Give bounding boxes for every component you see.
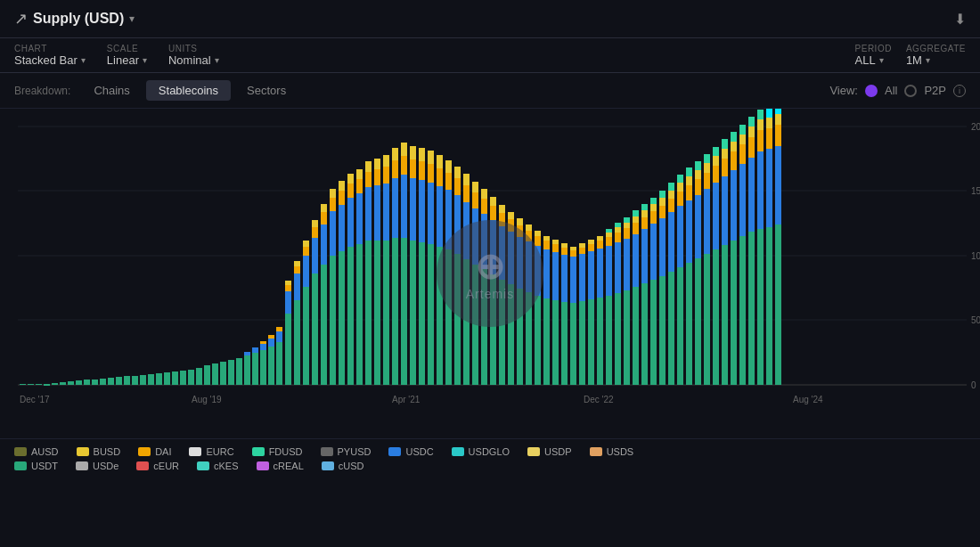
svg-rect-287 [757, 229, 764, 385]
svg-rect-24 [76, 380, 82, 385]
svg-rect-108 [392, 160, 398, 178]
svg-rect-93 [356, 169, 363, 179]
svg-rect-246 [677, 175, 683, 183]
aggregate-value[interactable]: 1M ▾ [906, 53, 966, 67]
svg-rect-21 [52, 383, 58, 385]
svg-rect-185 [561, 243, 568, 248]
title-chevron[interactable]: ▾ [129, 12, 135, 25]
svg-rect-96 [365, 172, 372, 187]
legend-label: USDT [31, 461, 58, 471]
scale-control[interactable]: SCALE Linear ▾ [107, 44, 147, 67]
svg-rect-104 [383, 167, 389, 184]
radio-all[interactable] [865, 85, 878, 97]
radio-p2p[interactable] [904, 85, 917, 97]
svg-rect-267 [722, 245, 728, 385]
svg-rect-32 [140, 375, 146, 385]
svg-rect-189 [570, 247, 576, 250]
legend-swatch [189, 447, 201, 456]
svg-rect-20 [44, 384, 50, 386]
svg-rect-271 [722, 139, 728, 149]
svg-rect-235 [659, 198, 666, 206]
tab-stablecoins[interactable]: Stablecoins [146, 80, 231, 101]
units-control[interactable]: UNITS Nominal ▾ [168, 44, 219, 67]
period-value[interactable]: ALL ▾ [855, 53, 892, 67]
svg-rect-127 [437, 186, 443, 247]
svg-rect-285 [748, 127, 755, 137]
legend-label: EURC [206, 446, 233, 457]
aggregate-control[interactable]: AGGREGATE 1M ▾ [906, 44, 966, 67]
legend-label: FDUSD [269, 446, 303, 457]
svg-rect-95 [365, 187, 372, 241]
units-value[interactable]: Nominal ▾ [168, 53, 219, 67]
svg-rect-278 [739, 164, 746, 236]
svg-rect-219 [633, 223, 639, 234]
legend-label: cEUR [153, 461, 179, 471]
view-p2p-label[interactable]: P2P [924, 84, 946, 97]
svg-rect-172 [535, 236, 541, 246]
svg-rect-28 [108, 378, 114, 385]
download-button[interactable]: ⬇ [954, 11, 966, 28]
svg-text:50B: 50B [971, 315, 980, 325]
units-label: UNITS [168, 44, 219, 53]
svg-rect-186 [570, 303, 576, 385]
svg-rect-289 [757, 130, 764, 151]
svg-rect-98 [374, 241, 380, 385]
svg-rect-243 [677, 206, 683, 267]
tab-chains[interactable]: Chains [81, 80, 142, 101]
svg-rect-282 [748, 232, 755, 385]
svg-rect-70 [312, 274, 318, 385]
svg-rect-71 [312, 238, 318, 274]
svg-rect-226 [641, 204, 648, 210]
legend-item: cKES [197, 461, 239, 471]
svg-rect-46 [244, 352, 250, 355]
svg-rect-221 [633, 210, 639, 216]
svg-rect-53 [268, 339, 274, 347]
svg-rect-47 [252, 353, 258, 385]
svg-rect-190 [579, 301, 585, 385]
svg-rect-58 [285, 314, 291, 385]
svg-rect-205 [606, 233, 612, 237]
legend-label: DAI [155, 446, 171, 457]
svg-rect-283 [748, 158, 755, 232]
svg-rect-79 [330, 211, 336, 256]
svg-rect-119 [419, 180, 425, 242]
svg-rect-128 [437, 168, 443, 186]
svg-rect-83 [339, 205, 345, 251]
svg-rect-81 [330, 189, 336, 198]
info-icon[interactable]: i [953, 85, 966, 97]
svg-rect-294 [766, 128, 772, 149]
svg-rect-140 [463, 185, 470, 202]
svg-rect-51 [260, 341, 266, 344]
svg-rect-153 [490, 197, 496, 206]
period-control[interactable]: PERIOD ALL ▾ [855, 44, 892, 67]
legend-item: FDUSD [252, 446, 303, 457]
breakdown-label: Breakdown: [14, 85, 70, 97]
svg-rect-210 [615, 227, 621, 233]
scale-value[interactable]: Linear ▾ [107, 53, 147, 67]
view-all-label[interactable]: All [885, 84, 897, 97]
svg-text:0: 0 [971, 380, 976, 390]
legend-item: DAI [138, 446, 171, 457]
legend-label: USDGLO [469, 446, 510, 457]
svg-rect-255 [695, 170, 701, 179]
chart-control[interactable]: CHART Stacked Bar ▾ [14, 44, 86, 67]
legend-item: EURC [189, 446, 233, 457]
svg-rect-197 [588, 240, 594, 244]
chart-value[interactable]: Stacked Bar ▾ [14, 53, 86, 67]
svg-rect-112 [401, 156, 407, 175]
svg-rect-286 [748, 117, 755, 127]
svg-rect-87 [347, 198, 354, 247]
svg-rect-101 [374, 159, 380, 169]
legend-row-1: AUSDBUSDDAIEURCFDUSDPYUSDUSDCUSDGLOUSDPU… [14, 446, 966, 457]
svg-rect-261 [704, 154, 710, 163]
legend-swatch [77, 447, 89, 456]
svg-rect-266 [713, 147, 719, 156]
svg-rect-102 [383, 241, 389, 385]
svg-rect-273 [731, 170, 737, 241]
svg-rect-224 [641, 217, 648, 229]
legend-item: USDP [527, 446, 572, 457]
tab-sectors[interactable]: Sectors [234, 80, 298, 101]
svg-rect-187 [570, 257, 576, 303]
legend-swatch [136, 461, 149, 470]
svg-rect-18 [28, 384, 34, 385]
